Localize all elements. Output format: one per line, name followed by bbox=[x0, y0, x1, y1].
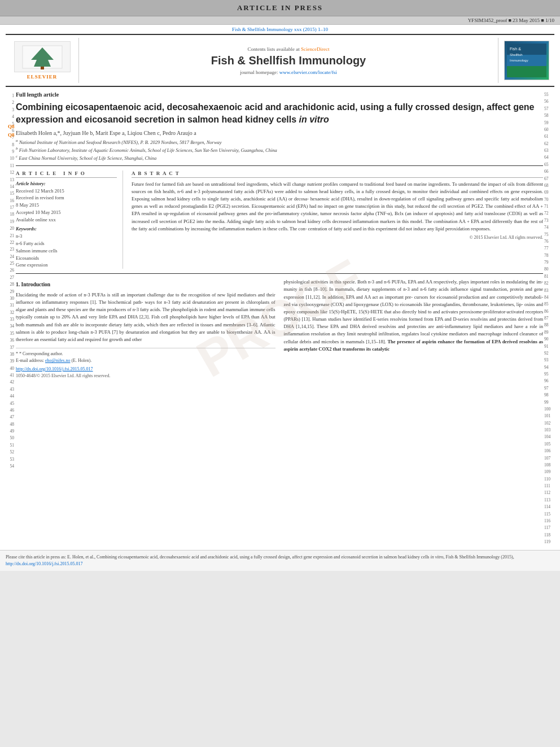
divider-2 bbox=[16, 273, 543, 274]
elsevier-logo-area: ELSEVIER bbox=[6, 38, 79, 83]
bottom-doi-link[interactable]: http://dx.doi.org/10.1016/j.fsi.2015.05.… bbox=[6, 561, 83, 566]
divider-1 bbox=[16, 165, 543, 166]
page-with-line-numbers: 1234 5678 9101112 13141516 17181920 2122… bbox=[6, 91, 554, 545]
svg-text:Fish &: Fish & bbox=[510, 47, 521, 51]
abstract-column: A B S T R A C T Future feed for farmed f… bbox=[132, 171, 543, 269]
top-meta-bar: YFSIM3452_proof ■ 23 May 2015 ■ 1/10 bbox=[0, 16, 560, 25]
affiliation-c-text: East China Normal University, School of … bbox=[19, 155, 156, 161]
intro-paragraph-right: physiological activities in this specie.… bbox=[284, 278, 544, 353]
affiliation-c: c East China Normal University, School o… bbox=[16, 154, 543, 161]
homepage-link[interactable]: www.elsevier.com/locate/fsi bbox=[279, 69, 337, 75]
doi-link[interactable]: http://dx.doi.org/10.1016/j.fsi.2015.05.… bbox=[16, 366, 93, 372]
affiliation-a-text: National Institute of Nutrition and Seaf… bbox=[19, 139, 222, 145]
svg-rect-2 bbox=[41, 67, 44, 69]
footnote-email-line: E-mail address: eho@nifes.no (E. Holen). bbox=[16, 357, 275, 364]
footnote-corresponding: * Corresponding author. bbox=[19, 351, 63, 356]
journal-center-info: Contents lists available at ScienceDirec… bbox=[79, 38, 498, 83]
homepage-line: journal homepage: www.elsevier.com/locat… bbox=[240, 69, 336, 75]
q8-marker-2: Q8 bbox=[8, 132, 15, 138]
banner-text: ARTICLE IN PRESS bbox=[237, 3, 323, 12]
footnotes-area: * * Corresponding author. E-mail address… bbox=[16, 348, 275, 365]
svg-rect-5 bbox=[507, 66, 546, 77]
footnote-email-suffix: (E. Holen). bbox=[71, 358, 91, 363]
keyword-5: Gene expression bbox=[16, 261, 117, 269]
bottom-citation-text: Please cite this article in press as: E.… bbox=[6, 554, 514, 560]
abstract-text: Future feed for farmed fish are based on… bbox=[132, 181, 543, 233]
journal-citation-text: Fish & Shellfish Immunology xxx (2015) 1… bbox=[232, 27, 328, 32]
proof-meta: YFSIM3452_proof ■ 23 May 2015 ■ 1/10 bbox=[468, 18, 554, 23]
authors-line: Elisabeth Holen a,*, Juyjuan He b, Marit… bbox=[16, 130, 543, 136]
copyright-line: © 2015 Elsevier Ltd. All rights reserved… bbox=[132, 235, 543, 240]
journal-logo-right-area: Fish & Shellfish Immunology bbox=[498, 38, 554, 83]
intro-paragraph-left: Elucidating the mode of action of n-3 PU… bbox=[16, 291, 275, 343]
journal-logo-image: Fish & Shellfish Immunology bbox=[504, 41, 549, 80]
bold-text-aspirin: The presence of aspirin enhance the form… bbox=[284, 339, 544, 352]
article-in-press-banner: ARTICLE IN PRESS bbox=[0, 0, 560, 16]
article-history-label: Article history: bbox=[16, 181, 117, 186]
keyword-3: Salmon immune cells bbox=[16, 247, 117, 255]
affiliation-b-text: Fish Nutrition Laboratory, Institute of … bbox=[19, 147, 277, 153]
authors-text: Elisabeth Holen a,*, Juyjuan He b, Marit… bbox=[16, 130, 196, 136]
intro-title: 1. Introduction bbox=[16, 281, 275, 289]
sciencedirect-line: Contents lists available at ScienceDirec… bbox=[248, 46, 330, 52]
main-text-area: Full length article Q8 Q8 Combining eico… bbox=[16, 91, 543, 545]
keyword-2: n-6 Fatty acids bbox=[16, 240, 117, 247]
revised-label: Received in revised form bbox=[16, 194, 117, 202]
footnote-email-label: E-mail address: bbox=[16, 358, 44, 363]
body-col-right: physiological activities in this specie.… bbox=[284, 278, 544, 379]
svg-text:Immunology: Immunology bbox=[510, 59, 528, 62]
page-wrapper: ARTICLE IN PRESS YFSIM3452_proof ■ 23 Ma… bbox=[0, 0, 560, 571]
bottom-citation-bar: Please cite this article in press as: E.… bbox=[0, 550, 560, 571]
keyword-4: Eicosanoids bbox=[16, 255, 117, 262]
abstract-header: A B S T R A C T bbox=[132, 171, 543, 178]
sciencedirect-link[interactable]: ScienceDirect bbox=[301, 46, 329, 52]
keyword-1: n-3 bbox=[16, 233, 117, 240]
body-two-col: 1. Introduction Elucidating the mode of … bbox=[16, 278, 543, 379]
article-type: Full length article bbox=[16, 91, 543, 98]
svg-text:Shellfish: Shellfish bbox=[510, 53, 523, 56]
footnote-star-symbol: * bbox=[16, 351, 18, 356]
footnote-star-line: * * Corresponding author. bbox=[16, 351, 275, 357]
article-info-abstract-cols: A R T I C L E I N F O Article history: R… bbox=[16, 171, 543, 269]
footnote-email-link[interactable]: eho@nifes.no bbox=[45, 358, 70, 363]
journal-header: ELSEVIER Contents lists available at Sci… bbox=[6, 34, 554, 87]
article-title-text: Combining eicosapentaenoic acid, decosah… bbox=[16, 102, 534, 124]
title-block: Q8 Q8 Combining eicosapentaenoic acid, d… bbox=[16, 101, 543, 125]
revised-date: 8 May 2015 bbox=[16, 202, 117, 209]
homepage-prefix: journal homepage: bbox=[240, 69, 279, 75]
line-numbers-left: 1234 5678 9101112 13141516 17181920 2122… bbox=[6, 91, 16, 545]
elsevier-label: ELSEVIER bbox=[27, 74, 58, 80]
article-title: Combining eicosapentaenoic acid, decosah… bbox=[16, 101, 543, 125]
keywords-label: Keywords: bbox=[16, 226, 117, 231]
journal-citation-line: Fish & Shellfish Immunology xxx (2015) 1… bbox=[0, 25, 560, 34]
issn-line: 1050-4648/© 2015 Elsevier Ltd. All right… bbox=[16, 373, 275, 379]
doi-url[interactable]: http://dx.doi.org/10.1016/j.fsi.2015.05.… bbox=[16, 366, 275, 373]
sciencedirect-prefix: Contents lists available at bbox=[248, 46, 301, 52]
affiliation-b: b Fish Nutrition Laboratory, Institute o… bbox=[16, 146, 543, 153]
affiliation-a: a National Institute of Nutrition and Se… bbox=[16, 138, 543, 145]
q8-marker-1: Q8 bbox=[8, 124, 15, 129]
elsevier-logo-image bbox=[14, 41, 71, 72]
bottom-citation-italic: in vitro bbox=[430, 554, 443, 560]
received-text: Received 12 March 2015 bbox=[16, 187, 117, 195]
line-numbers-right: 555657585960 61626364656667 686970717273… bbox=[543, 91, 554, 545]
body-col-left: 1. Introduction Elucidating the mode of … bbox=[16, 278, 275, 379]
article-title-italic: in vitro bbox=[299, 115, 329, 124]
article-info-column: A R T I C L E I N F O Article history: R… bbox=[16, 171, 123, 269]
available-text: Available online xxx bbox=[16, 216, 117, 224]
accepted-text: Accepted 10 May 2015 bbox=[16, 209, 117, 216]
main-content: PROOF 1234 5678 9101112 13141516 1718192… bbox=[0, 87, 560, 550]
article-info-header: A R T I C L E I N F O bbox=[16, 171, 117, 178]
journal-title: Fish & Shellfish Immunology bbox=[211, 54, 366, 67]
